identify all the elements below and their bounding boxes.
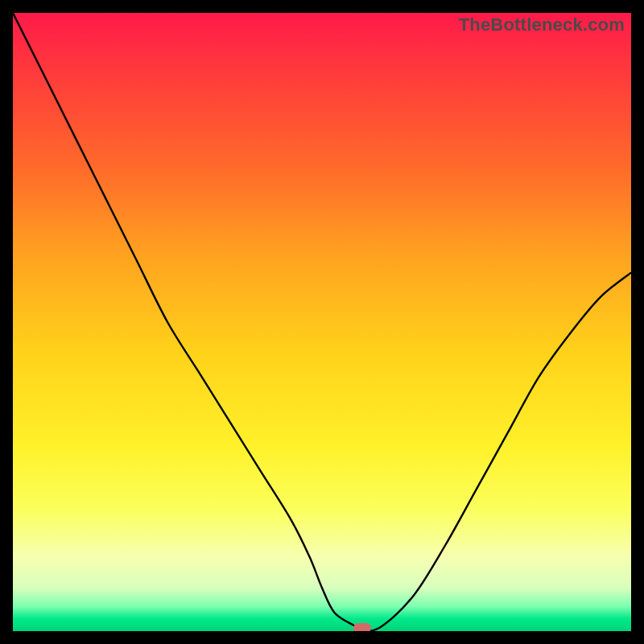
plot-area: TheBottleneck.com	[13, 13, 631, 631]
chart-frame: TheBottleneck.com	[0, 0, 644, 644]
bottleneck-curve	[13, 13, 631, 631]
optimal-point-marker	[353, 623, 371, 631]
